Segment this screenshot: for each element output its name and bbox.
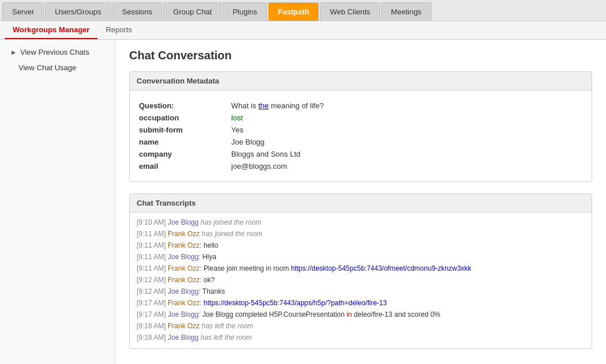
timestamp-10: [9:18 AM]	[137, 333, 168, 342]
transcripts-panel-header: Chat Transcripts	[130, 194, 592, 213]
metadata-row-4: companyBloggs and Sons Ltd	[139, 148, 582, 160]
timestamp-6: [9:12 AM]	[137, 287, 168, 295]
transcript-line-5: [9:12 AM] Frank Ozz: ok?	[137, 275, 585, 285]
username-3: Joe Blogg:	[168, 253, 201, 261]
metadata-table: Question:What is the meaning of life?occ…	[139, 100, 582, 172]
username-1: Frank Ozz	[168, 230, 200, 238]
timestamp-7: [9:17 AM]	[137, 299, 168, 307]
metadata-value-3: Joe Blogg	[231, 136, 582, 148]
transcript-line-6: [9:12 AM] Joe Blogg: Thanks	[137, 286, 585, 297]
metadata-value-2: Yes	[231, 124, 582, 136]
transcript-line-9: [9:18 AM] Frank Ozz has left the room	[137, 321, 585, 331]
transcript-line-2: [9:11 AM] Frank Ozz: hello	[137, 240, 585, 251]
timestamp-0: [9:10 AM]	[137, 218, 168, 226]
transcript-line-4: [9:11 AM] Frank Ozz: Please join meeting…	[137, 263, 585, 274]
metadata-label-1: occupation	[139, 112, 231, 124]
transcript-line-1: [9:11 AM] Frank Ozz has joined the room	[137, 229, 585, 239]
metadata-label-5: email	[139, 160, 231, 172]
username-9: Frank Ozz	[168, 322, 200, 330]
sidebar-item-view-previous-chats[interactable]: View Previous Chats	[0, 44, 115, 60]
transcript-line-10: [9:18 AM] Joe Blogg has left the room	[137, 332, 585, 343]
username-8: Joe Blogg:	[168, 310, 201, 318]
metadata-label-2: submit-form	[139, 124, 231, 136]
conversation-metadata-panel: Conversation Metadata Question:What is t…	[129, 71, 592, 182]
sidebar: View Previous ChatsView Chat Usage	[0, 40, 115, 364]
timestamp-3: [9:11 AM]	[137, 253, 168, 261]
username-6: Joe Blogg:	[168, 287, 201, 295]
top-nav: ServerUsers/GroupsSessionsGroup ChatPlug…	[0, 0, 606, 21]
timestamp-8: [9:17 AM]	[137, 310, 168, 318]
chat-transcripts-panel: Chat Transcripts [9:10 AM] Joe Blogg has…	[129, 194, 592, 349]
timestamp-4: [9:11 AM]	[137, 264, 168, 272]
username-10: Joe Blogg	[168, 333, 198, 342]
transcript-line-8: [9:17 AM] Joe Blogg: Joe Blogg completed…	[137, 309, 585, 320]
top-nav-tab-group-chat[interactable]: Group Chat	[163, 2, 221, 21]
message-4: Please join meeting in room https://desk…	[202, 264, 472, 272]
metadata-row-1: occupationlost	[139, 112, 582, 124]
top-nav-tab-web-clients[interactable]: Web Clients	[320, 2, 380, 21]
timestamp-5: [9:12 AM]	[137, 276, 168, 284]
metadata-panel-header: Conversation Metadata	[130, 72, 592, 90]
metadata-label-3: name	[139, 136, 231, 148]
message-3: Hiya	[201, 253, 216, 261]
username-2: Frank Ozz:	[168, 241, 202, 249]
timestamp-2: [9:11 AM]	[137, 241, 168, 249]
top-nav-tab-fastpath[interactable]: Fastpath	[268, 2, 319, 21]
main-layout: View Previous ChatsView Chat Usage Chat …	[0, 40, 606, 364]
timestamp-1: [9:11 AM]	[137, 230, 168, 238]
top-nav-tab-sessions[interactable]: Sessions	[112, 2, 163, 21]
top-nav-tab-users-groups[interactable]: Users/Groups	[45, 2, 111, 21]
message-6: Thanks	[201, 287, 225, 295]
sub-nav-tab-reports[interactable]: Reports	[97, 21, 140, 39]
timestamp-9: [9:18 AM]	[137, 322, 168, 330]
metadata-row-5: emailjoe@bloggs.com	[139, 160, 582, 172]
sub-nav: Workgroups ManagerReports	[0, 21, 606, 40]
main-content: Chat Conversation Conversation Metadata …	[115, 40, 606, 364]
username-0: Joe Blogg	[168, 218, 198, 226]
message-5: ok?	[202, 276, 215, 284]
page-title: Chat Conversation	[129, 49, 592, 62]
message-2: hello	[202, 241, 219, 249]
transcript-line-3: [9:11 AM] Joe Blogg: Hiya	[137, 252, 585, 262]
top-nav-tab-meetings[interactable]: Meetings	[381, 2, 431, 21]
top-nav-tab-plugins[interactable]: Plugins	[223, 2, 267, 21]
message-8: Joe Blogg completed H5P.CoursePresentati…	[201, 310, 441, 318]
metadata-value-4: Bloggs and Sons Ltd	[231, 148, 582, 160]
metadata-value-5: joe@bloggs.com	[231, 160, 582, 172]
username-5: Frank Ozz:	[168, 276, 202, 284]
metadata-label-0: Question:	[139, 100, 231, 112]
metadata-row-3: nameJoe Blogg	[139, 136, 582, 148]
sub-nav-tab-workgroups-manager[interactable]: Workgroups Manager	[5, 21, 97, 39]
message-7: https://desktop-545pc5b:7443/apps/h5p/?p…	[202, 299, 387, 307]
metadata-value-0: What is the meaning of life?	[231, 100, 582, 112]
username-4: Frank Ozz:	[168, 264, 202, 272]
metadata-panel-body: Question:What is the meaning of life?occ…	[130, 90, 592, 181]
transcript-line-7: [9:17 AM] Frank Ozz: https://desktop-545…	[137, 298, 585, 308]
message-1: has joined the room	[200, 230, 262, 238]
metadata-row-2: submit-formYes	[139, 124, 582, 136]
message-9: has left the room	[200, 322, 253, 330]
message-10: has left the room	[198, 333, 252, 342]
top-nav-tab-server[interactable]: Server	[2, 2, 44, 21]
message-0: has joined the room	[198, 218, 261, 226]
metadata-value-1: lost	[231, 112, 582, 124]
username-7: Frank Ozz:	[168, 299, 202, 307]
metadata-row-0: Question:What is the meaning of life?	[139, 100, 582, 112]
sidebar-item-view-chat-usage[interactable]: View Chat Usage	[0, 60, 115, 75]
metadata-label-4: company	[139, 148, 231, 160]
transcript-line-0: [9:10 AM] Joe Blogg has joined the room	[137, 217, 585, 227]
transcript-container: [9:10 AM] Joe Blogg has joined the room[…	[130, 213, 592, 348]
